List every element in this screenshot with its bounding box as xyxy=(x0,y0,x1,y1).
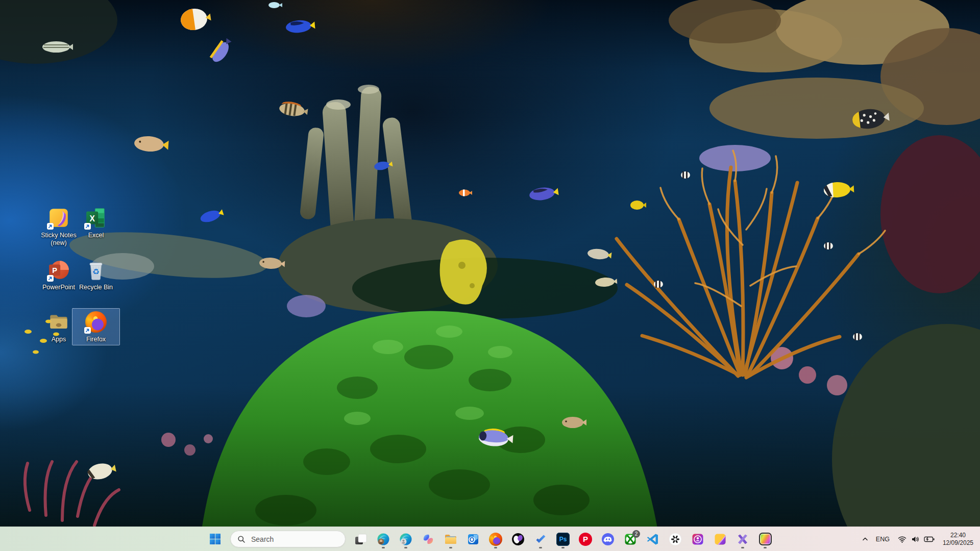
shortcut-arrow-icon xyxy=(47,223,54,230)
taskbar-file-explorer-button[interactable] xyxy=(440,529,461,549)
taskbar-task-view-button[interactable] xyxy=(351,529,371,549)
system-tray: ENG 22:40 12/09/2025 xyxy=(859,527,977,551)
apps-folder-icon xyxy=(46,310,71,334)
chevron-up-icon xyxy=(862,536,869,542)
taskbar-chatgpt-button[interactable] xyxy=(665,529,685,549)
tray-time: 22:40 xyxy=(950,532,966,539)
start-button[interactable] xyxy=(205,529,225,549)
shortcut-arrow-icon xyxy=(47,275,54,282)
running-indicator xyxy=(741,547,744,548)
running-indicator xyxy=(539,547,542,548)
tray-date: 12/09/2025 xyxy=(943,539,973,547)
file-explorer-icon xyxy=(444,533,457,546)
lively-wallpaper-icon xyxy=(759,533,772,545)
quick-settings-button[interactable] xyxy=(894,529,938,549)
taskbar-lively-wallpaper-button[interactable] xyxy=(755,529,775,549)
desktop-wallpaper xyxy=(0,0,980,551)
running-indicator xyxy=(764,547,767,548)
svg-text:X: X xyxy=(89,214,95,223)
firefox-icon xyxy=(489,533,502,546)
running-indicator xyxy=(404,547,407,548)
taskbar-vscode-button[interactable] xyxy=(643,529,663,549)
search-box[interactable] xyxy=(230,531,346,547)
desktop-icon-label: Apps xyxy=(52,336,66,343)
vscode-icon xyxy=(646,533,659,546)
taskbar-pinterest-button[interactable]: P xyxy=(575,529,596,549)
desktop-icon-label: Excel xyxy=(88,232,104,239)
wifi-icon xyxy=(898,536,906,543)
aquarium-scene xyxy=(0,0,980,551)
visual-studio-icon xyxy=(736,533,749,546)
windows-logo-icon xyxy=(208,533,222,546)
ai-assistant-icon xyxy=(691,533,704,546)
taskbar-edge-profile2-button[interactable] xyxy=(396,529,416,549)
taskbar-edge-profile1-button[interactable] xyxy=(373,529,394,549)
taskbar-copilot-button[interactable] xyxy=(418,529,438,549)
taskbar-outlook-button[interactable]: O xyxy=(463,529,483,549)
powerpoint-app-icon: P xyxy=(46,258,71,282)
desktop-icon-label: Firefox xyxy=(86,336,106,343)
excel-app-icon: X xyxy=(84,206,108,230)
dark-circle-app-icon xyxy=(511,533,525,546)
taskbar-visual-studio-button[interactable] xyxy=(732,529,753,549)
desktop-icon-label: Recycle Bin xyxy=(79,284,113,291)
taskbar-sticky-notes-button[interactable] xyxy=(710,529,730,549)
language-button[interactable]: ENG xyxy=(872,529,893,549)
taskbar-discord-button[interactable] xyxy=(598,529,618,549)
tray-overflow-button[interactable] xyxy=(859,529,871,549)
shortcut-arrow-icon xyxy=(84,327,91,334)
photoshop-icon: Ps xyxy=(556,533,570,546)
edge-browser-icon xyxy=(399,533,412,546)
search-icon xyxy=(237,535,246,543)
taskbar-firefox-button[interactable] xyxy=(485,529,506,549)
xbox-notification-badge: 2 xyxy=(632,530,640,538)
desktop-icon-label: PowerPoint xyxy=(42,284,75,291)
microsoft-todo-icon xyxy=(534,533,547,546)
desktop-icon-firefox[interactable]: Firefox xyxy=(72,308,120,345)
task-view-icon xyxy=(354,533,368,546)
desktop-icon-excel[interactable]: X Excel xyxy=(72,204,120,241)
sticky-notes-app-icon xyxy=(46,206,71,230)
shortcut-arrow-icon xyxy=(84,223,91,230)
svg-text:P: P xyxy=(52,266,57,274)
taskbar-todo-button[interactable] xyxy=(530,529,551,549)
clock[interactable]: 22:40 12/09/2025 xyxy=(939,529,977,549)
firefox-logo-icon xyxy=(84,310,108,334)
taskbar-xbox-button[interactable]: 2 xyxy=(620,529,641,549)
battery-charging-icon xyxy=(924,536,935,542)
discord-icon xyxy=(601,533,615,546)
running-indicator xyxy=(494,547,497,548)
taskbar: O Ps P 2 xyxy=(0,527,980,551)
taskbar-photoshop-button[interactable]: Ps xyxy=(553,529,573,549)
pinterest-icon: P xyxy=(579,533,592,546)
outlook-icon: O xyxy=(467,533,480,546)
search-input[interactable] xyxy=(250,535,334,544)
svg-text:♻: ♻ xyxy=(92,267,100,277)
taskbar-ai-assistant-button[interactable] xyxy=(688,529,708,549)
recycle-bin-icon: ♻ xyxy=(84,258,108,282)
svg-text:O: O xyxy=(470,536,474,543)
language-label: ENG xyxy=(876,536,890,543)
running-indicator xyxy=(449,547,452,548)
taskbar-dark-circle-app-button[interactable] xyxy=(508,529,528,549)
sticky-notes-icon xyxy=(714,533,727,546)
volume-icon xyxy=(911,536,919,543)
edge-browser-icon xyxy=(377,533,390,546)
running-indicator xyxy=(561,547,565,548)
chatgpt-icon xyxy=(669,533,682,546)
copilot-icon xyxy=(422,533,435,546)
running-indicator xyxy=(382,547,385,548)
desktop-icon-recycle-bin[interactable]: ♻ Recycle Bin xyxy=(72,256,120,293)
